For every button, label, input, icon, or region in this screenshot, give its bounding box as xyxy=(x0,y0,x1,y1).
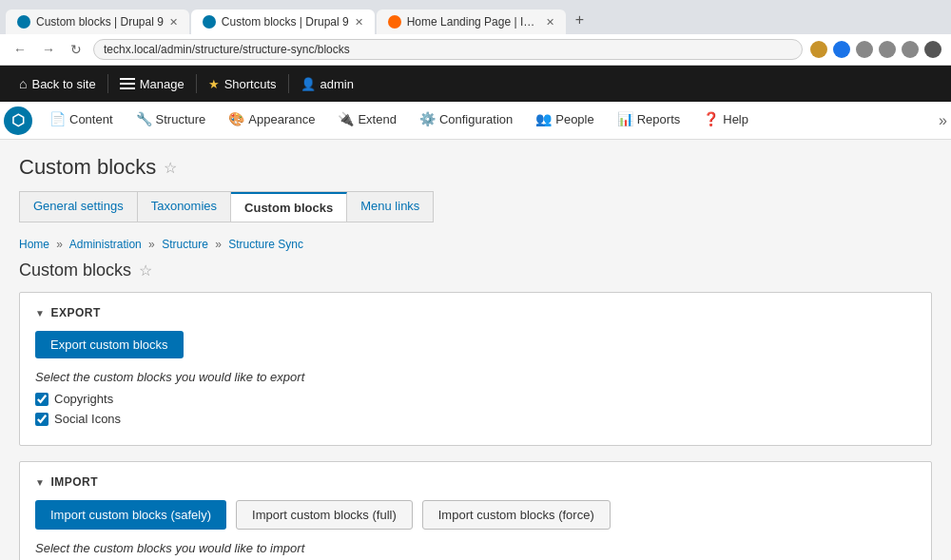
export-checkbox-copyrights: Copyrights xyxy=(35,392,916,406)
nav-label-help: Help xyxy=(723,112,748,126)
nav-label-extend: Extend xyxy=(358,112,396,126)
export-triangle-icon[interactable]: ▼ xyxy=(35,308,45,319)
forward-button[interactable]: → xyxy=(38,40,59,59)
import-full-button[interactable]: Import custom blocks (full) xyxy=(236,500,413,530)
tab-menu-links[interactable]: Menu links xyxy=(347,192,433,222)
nav-label-appearance: Appearance xyxy=(248,112,315,126)
nav-item-appearance[interactable]: 🎨 Appearance xyxy=(217,102,326,140)
export-checkbox-social-icons-input[interactable] xyxy=(35,413,49,426)
nav-item-people[interactable]: 👥 People xyxy=(524,102,605,140)
drupal-logo-icon: ⬡ xyxy=(11,111,25,129)
breadcrumb: Home » Administration » Structure » Stru… xyxy=(19,238,932,251)
page-tab-nav: General settings Taxonomies Custom block… xyxy=(19,191,434,222)
browser-chrome: Custom blocks | Drupal 9 ✕ Custom blocks… xyxy=(0,0,951,66)
back-to-site-label: Back to site xyxy=(31,77,95,91)
tab-close-3[interactable]: ✕ xyxy=(546,16,554,29)
drupal-logo[interactable]: ⬡ xyxy=(4,106,32,135)
back-to-site-button[interactable]: ⌂ Back to site xyxy=(8,68,107,99)
admin-toolbar: ⌂ Back to site Manage ★ Shortcuts 👤 admi… xyxy=(0,66,951,102)
import-safely-button[interactable]: Import custom blocks (safely) xyxy=(35,500,226,530)
shortcuts-star-icon: ★ xyxy=(208,77,220,91)
export-custom-blocks-button[interactable]: Export custom blocks xyxy=(35,331,184,358)
export-select-label: Select the custom blocks you would like … xyxy=(35,370,916,384)
breadcrumb-administration[interactable]: Administration xyxy=(69,238,142,251)
tab-favicon-2 xyxy=(203,15,216,29)
content-area: Custom blocks ☆ General settings Taxonom… xyxy=(0,140,951,560)
nav-item-reports[interactable]: 📊 Reports xyxy=(606,102,692,140)
export-checkbox-copyrights-input[interactable] xyxy=(35,393,49,406)
extend-icon: 🔌 xyxy=(338,111,354,126)
new-tab-button[interactable]: + xyxy=(568,6,592,34)
section-favorite-star-icon[interactable]: ☆ xyxy=(139,261,152,280)
tab-taxonomies[interactable]: Taxonomies xyxy=(138,192,231,222)
structure-icon: 🔧 xyxy=(136,111,152,126)
tab-label-3: Home Landing Page | Informa... xyxy=(407,15,540,29)
back-button[interactable]: ← xyxy=(10,40,30,59)
import-button-row: Import custom blocks (safely) Import cus… xyxy=(35,500,916,530)
nav-overflow[interactable]: » xyxy=(939,112,947,129)
home-icon: ⌂ xyxy=(19,76,27,91)
address-bar: ← → ↻ xyxy=(0,34,951,66)
manage-button[interactable]: Manage xyxy=(108,69,196,99)
tab-favicon-3 xyxy=(388,15,401,29)
import-triangle-icon[interactable]: ▼ xyxy=(35,477,45,488)
import-force-button[interactable]: Import custom blocks (force) xyxy=(422,500,611,530)
breadcrumb-structure-sync[interactable]: Structure Sync xyxy=(228,238,303,251)
tab-label-2: Custom blocks | Drupal 9 xyxy=(222,15,349,29)
breadcrumb-home[interactable]: Home xyxy=(19,238,49,251)
browser-tab-2[interactable]: Custom blocks | Drupal 9 ✕ xyxy=(191,10,375,34)
nav-item-help[interactable]: ❓ Help xyxy=(691,102,760,140)
export-checkbox-social-icons-label: Social Icons xyxy=(54,412,121,426)
nav-item-content[interactable]: 📄 Content xyxy=(38,102,125,140)
nav-item-configuration[interactable]: ⚙️ Configuration xyxy=(408,102,524,140)
export-panel-header: ▼ EXPORT xyxy=(35,306,916,319)
breadcrumb-structure[interactable]: Structure xyxy=(162,238,208,251)
import-header-label: IMPORT xyxy=(50,475,98,489)
profile-icon xyxy=(810,41,827,58)
reports-icon: 📊 xyxy=(617,111,633,126)
shortcuts-button[interactable]: ★ Shortcuts xyxy=(197,69,288,99)
nav-label-reports: Reports xyxy=(637,112,681,126)
nav-label-structure: Structure xyxy=(156,112,206,126)
page-title: Custom blocks xyxy=(19,155,156,180)
breadcrumb-sep-2: » xyxy=(148,238,155,251)
export-header-label: EXPORT xyxy=(50,306,100,319)
tab-close-2[interactable]: ✕ xyxy=(355,16,363,29)
hamburger-icon xyxy=(120,78,135,89)
nav-label-content: Content xyxy=(69,112,113,126)
import-panel-header: ▼ IMPORT xyxy=(35,475,916,489)
person-icon: 👤 xyxy=(301,77,316,91)
tab-label-1: Custom blocks | Drupal 9 xyxy=(36,15,164,29)
appearance-icon: 🎨 xyxy=(228,111,244,126)
tab-custom-blocks[interactable]: Custom blocks xyxy=(231,192,347,222)
content-icon: 📄 xyxy=(49,111,66,126)
section-title: Custom blocks xyxy=(19,261,131,280)
tab-general-settings[interactable]: General settings xyxy=(20,192,138,222)
browser-tab-1[interactable]: Custom blocks | Drupal 9 ✕ xyxy=(6,10,189,34)
export-button-row: Export custom blocks xyxy=(35,331,916,358)
tab-close-1[interactable]: ✕ xyxy=(169,16,178,29)
export-panel: ▼ EXPORT Export custom blocks Select the… xyxy=(19,292,932,446)
configuration-icon: ⚙️ xyxy=(419,111,436,126)
import-select-label: Select the custom blocks you would like … xyxy=(35,541,916,555)
breadcrumb-sep-3: » xyxy=(215,238,222,251)
page-title-row: Custom blocks ☆ xyxy=(19,155,932,180)
browser-tab-3[interactable]: Home Landing Page | Informa... ✕ xyxy=(377,10,566,34)
shortcuts-label: Shortcuts xyxy=(224,77,277,91)
favorite-star-icon[interactable]: ☆ xyxy=(164,159,177,177)
reload-button[interactable]: ↻ xyxy=(67,40,86,59)
tab-favicon-1 xyxy=(17,15,30,29)
section-title-row: Custom blocks ☆ xyxy=(19,261,932,280)
nav-item-structure[interactable]: 🔧 Structure xyxy=(125,102,218,140)
account-icon xyxy=(924,41,941,58)
people-icon: 👥 xyxy=(535,111,552,126)
nav-label-people: People xyxy=(555,112,593,126)
import-panel: ▼ IMPORT Import custom blocks (safely) I… xyxy=(19,461,932,560)
nav-item-extend[interactable]: 🔌 Extend xyxy=(326,102,407,140)
extensions-icon xyxy=(856,41,873,58)
address-input[interactable] xyxy=(93,39,803,60)
chrome-icon xyxy=(902,41,919,58)
browser-icons xyxy=(810,41,941,58)
news-icon xyxy=(833,41,850,58)
admin-button[interactable]: 👤 admin xyxy=(289,69,365,99)
